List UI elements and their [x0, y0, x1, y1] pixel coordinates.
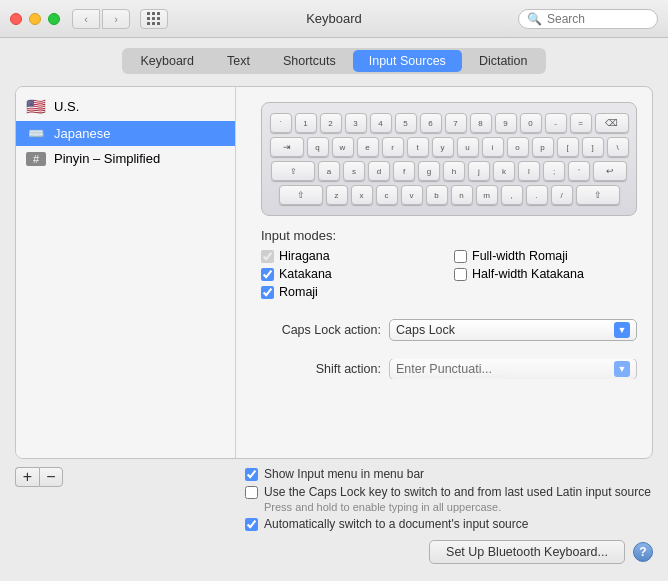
- key-3[interactable]: 3: [345, 113, 367, 133]
- key-return[interactable]: ↩: [593, 161, 627, 181]
- key-e[interactable]: e: [357, 137, 379, 157]
- key-1[interactable]: 1: [295, 113, 317, 133]
- key-t[interactable]: t: [407, 137, 429, 157]
- key-n[interactable]: n: [451, 185, 473, 205]
- sidebar: 🇺🇸 U.S. ⌨️ Japanese # Pinyin – Simplifie…: [16, 87, 236, 458]
- sidebar-item-japanese[interactable]: ⌨️ Japanese: [16, 121, 235, 146]
- tab-text[interactable]: Text: [211, 50, 266, 72]
- sidebar-item-us[interactable]: 🇺🇸 U.S.: [16, 92, 235, 121]
- key-g[interactable]: g: [418, 161, 440, 181]
- key-2[interactable]: 2: [320, 113, 342, 133]
- tab-input-sources[interactable]: Input Sources: [353, 50, 462, 72]
- back-button[interactable]: ‹: [72, 9, 100, 29]
- tabs: Keyboard Text Shortcuts Input Sources Di…: [15, 48, 653, 74]
- mode-half-width-katakana: Half-width Katakana: [454, 267, 637, 281]
- tab-dictation[interactable]: Dictation: [463, 50, 544, 72]
- key-lbracket[interactable]: [: [557, 137, 579, 157]
- key-backtick[interactable]: `: [270, 113, 292, 133]
- shift-action-dropdown-text: Enter Punctuati...: [396, 362, 492, 376]
- tab-shortcuts[interactable]: Shortcuts: [267, 50, 352, 72]
- key-i[interactable]: i: [482, 137, 504, 157]
- key-h[interactable]: h: [443, 161, 465, 181]
- full-width-romaji-checkbox[interactable]: [454, 250, 467, 263]
- key-rbracket[interactable]: ]: [582, 137, 604, 157]
- key-quote[interactable]: ': [568, 161, 590, 181]
- grid-view-button[interactable]: [140, 9, 168, 29]
- key-comma[interactable]: ,: [501, 185, 523, 205]
- caps-lock-dropdown-text: Caps Lock: [396, 323, 455, 337]
- action-buttons: Set Up Bluetooth Keyboard... ?: [235, 540, 653, 564]
- key-equals[interactable]: =: [570, 113, 592, 133]
- help-button[interactable]: ?: [633, 542, 653, 562]
- maximize-button[interactable]: [48, 13, 60, 25]
- key-minus[interactable]: -: [545, 113, 567, 133]
- hiragana-checkbox[interactable]: [261, 250, 274, 263]
- key-r[interactable]: r: [382, 137, 404, 157]
- key-b[interactable]: b: [426, 185, 448, 205]
- nav-buttons: ‹ ›: [72, 9, 130, 29]
- key-period[interactable]: .: [526, 185, 548, 205]
- key-slash[interactable]: /: [551, 185, 573, 205]
- key-y[interactable]: y: [432, 137, 454, 157]
- caps-lock-switch-checkbox[interactable]: [245, 486, 258, 499]
- key-c[interactable]: c: [376, 185, 398, 205]
- full-width-romaji-label: Full-width Romaji: [472, 249, 568, 263]
- key-rshift[interactable]: ⇧: [576, 185, 620, 205]
- key-k[interactable]: k: [493, 161, 515, 181]
- sidebar-item-pinyin[interactable]: # Pinyin – Simplified: [16, 146, 235, 171]
- key-5[interactable]: 5: [395, 113, 417, 133]
- key-f[interactable]: f: [393, 161, 415, 181]
- key-j[interactable]: j: [468, 161, 490, 181]
- key-s[interactable]: s: [343, 161, 365, 181]
- auto-switch-option: Automatically switch to a document's inp…: [245, 517, 653, 531]
- key-row-3: ⇪ a s d f g h j k l ; ' ↩: [271, 161, 627, 181]
- key-tab[interactable]: ⇥: [270, 137, 304, 157]
- checkboxes-area: Show Input menu in menu bar Use the Caps…: [245, 467, 653, 531]
- bottom-controls: + − Show Input menu in menu bar Use the …: [15, 467, 653, 531]
- key-0[interactable]: 0: [520, 113, 542, 133]
- key-6[interactable]: 6: [420, 113, 442, 133]
- key-7[interactable]: 7: [445, 113, 467, 133]
- search-input[interactable]: [547, 12, 649, 26]
- key-w[interactable]: w: [332, 137, 354, 157]
- right-panel: ` 1 2 3 4 5 6 7 8 9 0 - = ⌫ ⇥: [246, 87, 652, 458]
- add-remove-section: + −: [15, 467, 235, 487]
- key-m[interactable]: m: [476, 185, 498, 205]
- tab-keyboard[interactable]: Keyboard: [124, 50, 210, 72]
- key-a[interactable]: a: [318, 161, 340, 181]
- remove-button[interactable]: −: [39, 467, 63, 487]
- key-lshift[interactable]: ⇧: [279, 185, 323, 205]
- setup-bluetooth-button[interactable]: Set Up Bluetooth Keyboard...: [429, 540, 625, 564]
- key-z[interactable]: z: [326, 185, 348, 205]
- key-l[interactable]: l: [518, 161, 540, 181]
- keyboard-visual: ` 1 2 3 4 5 6 7 8 9 0 - = ⌫ ⇥: [261, 102, 637, 216]
- input-modes-section: Input modes: Hiragana Full-width Romaji …: [261, 228, 637, 307]
- half-width-katakana-label: Half-width Katakana: [472, 267, 584, 281]
- katakana-checkbox[interactable]: [261, 268, 274, 281]
- search-bar[interactable]: 🔍: [518, 9, 658, 29]
- show-input-menu-checkbox[interactable]: [245, 468, 258, 481]
- key-8[interactable]: 8: [470, 113, 492, 133]
- key-4[interactable]: 4: [370, 113, 392, 133]
- minimize-button[interactable]: [29, 13, 41, 25]
- key-9[interactable]: 9: [495, 113, 517, 133]
- key-q[interactable]: q: [307, 137, 329, 157]
- shift-action-dropdown[interactable]: Enter Punctuati... ▼: [389, 359, 637, 379]
- key-capslock[interactable]: ⇪: [271, 161, 315, 181]
- key-semicolon[interactable]: ;: [543, 161, 565, 181]
- key-u[interactable]: u: [457, 137, 479, 157]
- key-v[interactable]: v: [401, 185, 423, 205]
- key-backslash[interactable]: \: [607, 137, 629, 157]
- half-width-katakana-checkbox[interactable]: [454, 268, 467, 281]
- key-delete[interactable]: ⌫: [595, 113, 629, 133]
- forward-button[interactable]: ›: [102, 9, 130, 29]
- add-button[interactable]: +: [15, 467, 39, 487]
- close-button[interactable]: [10, 13, 22, 25]
- key-x[interactable]: x: [351, 185, 373, 205]
- key-p[interactable]: p: [532, 137, 554, 157]
- key-o[interactable]: o: [507, 137, 529, 157]
- key-d[interactable]: d: [368, 161, 390, 181]
- caps-lock-dropdown[interactable]: Caps Lock ▼: [389, 319, 637, 341]
- auto-switch-checkbox[interactable]: [245, 518, 258, 531]
- romaji-checkbox[interactable]: [261, 286, 274, 299]
